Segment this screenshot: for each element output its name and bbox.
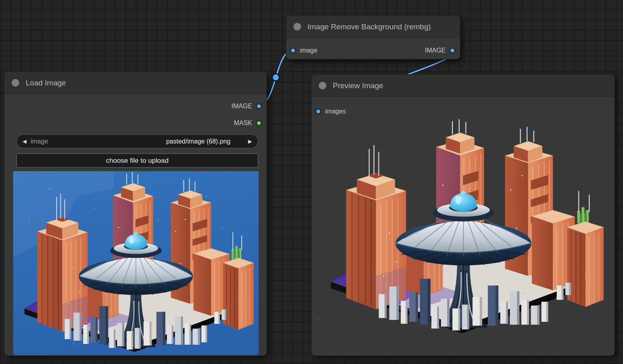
load-image-preview-art	[13, 171, 259, 355]
port-output-mask[interactable]: MASK	[234, 117, 262, 129]
node-preview-image[interactable]: Preview Image images	[311, 74, 615, 356]
preview-image-output	[318, 118, 609, 337]
load-image-preview	[13, 171, 259, 355]
collapse-dot-icon[interactable]	[12, 79, 19, 87]
choose-file-button-label: choose file to upload	[106, 157, 169, 165]
input-port-dot[interactable]	[316, 109, 321, 114]
port-input-images[interactable]: images	[316, 105, 346, 117]
preview-image-art	[318, 118, 609, 337]
node-title: Image Remove Background (rembg)	[307, 22, 431, 31]
collapse-dot-icon[interactable]	[319, 82, 326, 89]
output-port-dot[interactable]	[256, 103, 262, 109]
node-image-remove-background[interactable]: Image Remove Background (rembg) image IM…	[286, 15, 460, 59]
port-label: images	[325, 108, 346, 115]
node-title-bar[interactable]: Image Remove Background (rembg)	[286, 16, 460, 38]
combo-right-arrow-icon[interactable]: ▶	[248, 138, 252, 144]
port-label: image	[300, 47, 318, 54]
combo-label: image	[31, 138, 48, 145]
collapse-dot-icon[interactable]	[293, 23, 301, 30]
image-combo-widget[interactable]: ◀ image pasted/image (68).png ▶	[16, 134, 258, 148]
link-midpoint-dot[interactable]	[272, 74, 279, 81]
combo-left-arrow-icon[interactable]: ◀	[22, 138, 26, 144]
port-label: IMAGE	[425, 47, 446, 54]
node-title-bar[interactable]: Load Image	[4, 72, 267, 94]
port-label: IMAGE	[231, 103, 252, 110]
node-title-bar[interactable]: Preview Image	[312, 75, 615, 97]
output-port-dot[interactable]	[256, 120, 262, 126]
node-load-image[interactable]: Load Image IMAGE MASK ◀ image pasted/ima…	[4, 71, 267, 356]
port-output-image[interactable]: IMAGE	[231, 100, 262, 112]
input-port-dot[interactable]	[290, 48, 296, 53]
node-title: Preview Image	[333, 81, 383, 90]
output-port-dot[interactable]	[450, 48, 455, 53]
choose-file-button[interactable]: choose file to upload	[16, 154, 258, 168]
port-output-image[interactable]: IMAGE	[425, 44, 455, 57]
node-title: Load Image	[26, 79, 66, 87]
combo-value: pasted/image (68).png	[166, 138, 230, 145]
port-input-image[interactable]: image	[290, 44, 318, 57]
port-label: MASK	[234, 119, 252, 127]
node-editor-canvas[interactable]: { "app": {"name": "node graph editor"}, …	[0, 0, 623, 364]
